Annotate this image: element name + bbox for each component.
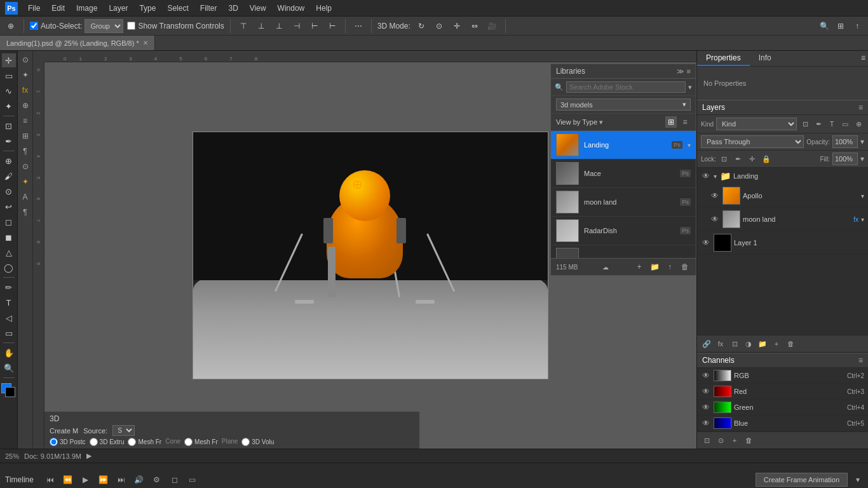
lib-item-extra[interactable]	[551, 245, 696, 258]
collapse-arrow-landing[interactable]: ▾	[714, 173, 717, 180]
menu-layer[interactable]: Layer	[104, 3, 133, 14]
tab-info[interactable]: Info	[750, 51, 780, 66]
menu-filter[interactable]: Filter	[195, 3, 222, 14]
lock-artboard-icon[interactable]: 🔒	[761, 153, 772, 165]
opacity-input[interactable]	[832, 135, 858, 148]
move-tool-btn[interactable]: ⊕	[4, 19, 18, 33]
channel-save-icon[interactable]: ⊙	[715, 435, 726, 446]
side-icon-7[interactable]: ⊙	[19, 160, 32, 173]
blend-mode-dropdown[interactable]: Pass Through	[701, 135, 804, 148]
channel-row-red[interactable]: 👁 Red Ctrl+3	[697, 384, 868, 400]
tool-zoom[interactable]: 🔍	[2, 361, 16, 375]
tool-dodge[interactable]: ◯	[2, 261, 16, 274]
lib-upload-icon[interactable]: ↑	[664, 261, 675, 273]
side-icon-fx[interactable]: fx	[19, 84, 32, 97]
add-mask-icon[interactable]: ⊡	[729, 338, 740, 349]
lock-position-icon[interactable]: ✒	[733, 153, 744, 165]
side-icon-8[interactable]: ¶	[19, 206, 32, 219]
lib-item-mace[interactable]: Mace Ps	[551, 159, 696, 188]
side-icon-a[interactable]: A	[19, 191, 32, 203]
tool-lasso[interactable]: ∿	[2, 84, 16, 98]
menu-file[interactable]: File	[23, 3, 45, 14]
layer-row-apollo[interactable]: 👁 Apollo ▾	[697, 184, 868, 208]
tool-brush[interactable]: 🖌	[2, 169, 16, 183]
new-group-icon[interactable]: 📁	[757, 338, 768, 349]
canvas-image[interactable]: ⊕	[193, 132, 548, 379]
lib-options-icon[interactable]: ≡	[687, 67, 691, 76]
layer-vis-moonland[interactable]: 👁	[710, 214, 720, 224]
timeline-prev-frame[interactable]: ⏪	[62, 473, 74, 486]
lib-item-landing[interactable]: Landing Ps ▾	[551, 131, 696, 159]
layer-row-layer1[interactable]: 👁 Layer 1	[697, 231, 868, 255]
side-icon-5[interactable]: ⊞	[19, 130, 32, 142]
workspace-btn[interactable]: ⊞	[834, 19, 848, 33]
new-layer-icon[interactable]: +	[771, 338, 782, 349]
layer-dropdown-apollo[interactable]: ▾	[861, 193, 864, 200]
timeline-paste-frames[interactable]: ▭	[186, 473, 199, 486]
tool-clone[interactable]: ⊙	[2, 184, 16, 198]
channel-vis-green[interactable]: 👁	[701, 402, 711, 412]
layers-kind-dropdown[interactable]: Kind	[716, 118, 797, 130]
tool-type[interactable]: T	[2, 295, 16, 309]
tab-properties[interactable]: Properties	[697, 51, 750, 66]
tool-eraser[interactable]: ◻	[2, 215, 16, 229]
lib-list-view-icon[interactable]: ≡	[679, 116, 691, 128]
lib-delete-icon[interactable]: 🗑	[679, 261, 691, 273]
lib-category-dropdown[interactable]: 3d models ▾	[556, 98, 691, 111]
link-layers-icon[interactable]: 🔗	[701, 338, 712, 349]
tool-select-rect[interactable]: ▭	[2, 69, 16, 83]
menu-help[interactable]: Help	[311, 3, 337, 14]
timeline-last-frame[interactable]: ⏭	[115, 473, 128, 486]
opt-mesh-fr[interactable]: Mesh Fr	[128, 438, 161, 446]
opacity-arrow[interactable]: ▾	[860, 137, 864, 146]
fill-input[interactable]	[832, 152, 858, 165]
channel-row-rgb[interactable]: 👁 RGB Ctrl+2	[697, 368, 868, 384]
menu-window[interactable]: Window	[273, 3, 310, 14]
source-select[interactable]: S	[112, 425, 135, 436]
opt-3d-volu[interactable]: 3D Volu	[241, 438, 274, 446]
lock-all-icon[interactable]: ✛	[747, 153, 758, 165]
lib-search-arrow[interactable]: ▾	[688, 83, 692, 92]
tool-heal[interactable]: ⊕	[2, 154, 16, 168]
channel-row-green[interactable]: 👁 Green Ctrl+4	[697, 400, 868, 416]
layer-style-icon[interactable]: fx	[715, 338, 726, 349]
mode-slide[interactable]: ⇔	[468, 19, 482, 33]
distribute-btn[interactable]: ⋯	[351, 19, 365, 33]
mode-rotate[interactable]: ↻	[414, 19, 428, 33]
timeline-copy-frames[interactable]: ◻	[168, 473, 181, 486]
tool-move[interactable]: ✛	[2, 53, 16, 67]
side-icon-2[interactable]: ✦	[19, 69, 32, 81]
timeline-next-frame[interactable]: ⏩	[97, 473, 110, 486]
align-bottom[interactable]: ⊥	[272, 19, 286, 33]
channel-load-icon[interactable]: ⊡	[701, 435, 712, 446]
tool-path[interactable]: ◁	[2, 311, 16, 325]
tool-hand[interactable]: ✋	[2, 346, 16, 360]
filter-smart-icon[interactable]: ⊕	[853, 118, 864, 130]
opt-3d-postc[interactable]: 3D Postc	[50, 438, 86, 446]
lib-item-moonland[interactable]: moon land Ps	[551, 188, 696, 217]
lib-item-radardish[interactable]: RadarDish Ps	[551, 217, 696, 245]
lib-search-input[interactable]	[566, 81, 686, 93]
timeline-first-frame[interactable]: ⏮	[44, 473, 57, 486]
channel-vis-rgb[interactable]: 👁	[701, 370, 711, 381]
opt-3d-extru[interactable]: 3D Extru	[90, 438, 125, 446]
align-mid-h[interactable]: ⊥	[254, 19, 268, 33]
channel-vis-blue[interactable]: 👁	[701, 418, 711, 428]
lib-folder-icon[interactable]: 📁	[649, 261, 660, 273]
mode-pan[interactable]: ✛	[450, 19, 464, 33]
layer-vis-landing[interactable]: 👁	[701, 171, 711, 181]
filter-pixel-icon[interactable]: ⊡	[799, 118, 811, 130]
status-arrow[interactable]: ▶	[86, 452, 92, 460]
menu-view[interactable]: View	[245, 3, 271, 14]
side-icon-3[interactable]: ⊕	[19, 99, 32, 112]
tool-pen[interactable]: ✏	[2, 280, 16, 294]
menu-edit[interactable]: Edit	[46, 3, 70, 14]
side-icon-6[interactable]: ¶	[19, 145, 32, 158]
align-right[interactable]: ⊢	[325, 19, 339, 33]
side-icon-1[interactable]: ⊙	[19, 53, 32, 66]
align-mid-v[interactable]: ⊢	[308, 19, 322, 33]
layer-dropdown-moonland[interactable]: ▾	[861, 216, 864, 223]
filter-type-icon[interactable]: T	[826, 118, 837, 130]
layer-vis-apollo[interactable]: 👁	[710, 191, 720, 201]
layers-options-icon[interactable]: ≡	[858, 103, 863, 112]
